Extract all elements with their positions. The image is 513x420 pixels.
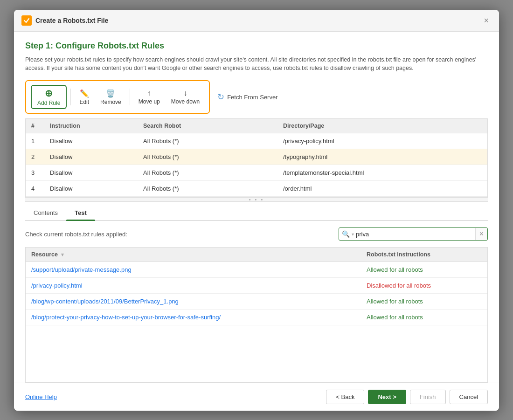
fetch-label: Fetch From Server [227, 94, 277, 101]
cell-robot: All Robots (*) [138, 149, 277, 165]
cell-instruction: Disallow [44, 165, 138, 181]
cell-num: 4 [26, 181, 44, 197]
cell-directory: /order.html [277, 181, 487, 197]
title-area: Create a Robots.txt File [21, 15, 108, 26]
edit-button[interactable]: ✏️ Edit [75, 87, 94, 107]
cell-status: Allowed for all robots [361, 262, 487, 278]
resource-link[interactable]: /support/upload/private-message.png [31, 266, 132, 273]
table-row[interactable]: 4 Disallow All Robots (*) /order.html [26, 181, 487, 197]
close-button[interactable]: × [481, 15, 492, 26]
resource-link[interactable]: /blog/wp-content/uploads/2011/09/BetterP… [31, 298, 179, 305]
cell-directory: /templatemonster-special.html [277, 165, 487, 181]
edit-label: Edit [79, 99, 89, 105]
cell-num: 1 [26, 133, 44, 149]
tabs-bar: Contents Test [25, 202, 488, 221]
col-header-directory: Directory/Page [277, 119, 487, 133]
footer-buttons: < Back Next > Finish Cancel [326, 390, 488, 404]
app-icon [21, 15, 32, 26]
cell-status: Allowed for all robots [361, 310, 487, 325]
search-box: 🔍 ▾ × [339, 227, 488, 241]
table-row[interactable]: 2 Disallow All Robots (*) /typography.ht… [26, 149, 487, 165]
results-table-body: /support/upload/private-message.png Allo… [26, 262, 487, 325]
search-label: Check current robots.txt rules applied: [25, 231, 127, 238]
table-header-row: # Instruction Search Robot Directory/Pag… [26, 119, 487, 133]
col-header-instruction: Instruction [44, 119, 138, 133]
search-dropdown-icon[interactable]: ▾ [352, 232, 354, 237]
add-rule-label: Add Rule [37, 100, 60, 106]
resource-link[interactable]: /privacy-policy.html [31, 282, 83, 289]
cell-instruction: Disallow [44, 133, 138, 149]
next-button[interactable]: Next > [368, 390, 406, 404]
online-help-link[interactable]: Online Help [25, 393, 57, 400]
rules-table-container: # Instruction Search Robot Directory/Pag… [25, 118, 488, 197]
toolbar-row: ⊕ Add Rule ✏️ Edit 🗑️ Remove ↑ Move up [25, 80, 488, 114]
list-item: /support/upload/private-message.png Allo… [26, 262, 487, 278]
cell-resource: /blog/wp-content/uploads/2011/09/BetterP… [26, 294, 361, 310]
finish-button[interactable]: Finish [410, 390, 446, 404]
list-item: /privacy-policy.html Disallowed for all … [26, 278, 487, 294]
add-rule-button[interactable]: ⊕ Add Rule [31, 85, 67, 109]
cancel-button[interactable]: Cancel [450, 390, 488, 404]
search-input[interactable] [356, 231, 472, 238]
fetch-from-server-button[interactable]: ↻ Fetch From Server [214, 90, 281, 104]
arrow-up-icon: ↑ [147, 89, 151, 97]
move-down-button[interactable]: ↓ Move down [166, 87, 204, 107]
cell-robot: All Robots (*) [138, 181, 277, 197]
search-row: Check current robots.txt rules applied: … [25, 227, 488, 241]
results-table: Resource ▾ Robots.txt instructions /supp… [26, 248, 487, 325]
remove-label: Remove [100, 99, 121, 105]
list-item: /blog/protect-your-privacy-how-to-set-up… [26, 310, 487, 325]
cell-resource: /support/upload/private-message.png [26, 262, 361, 278]
cell-directory: /privacy-policy.html [277, 133, 487, 149]
toolbar: ⊕ Add Rule ✏️ Edit 🗑️ Remove ↑ Move up [25, 80, 210, 114]
move-down-label: Move down [171, 98, 200, 105]
toolbar-divider-2 [130, 89, 130, 105]
remove-button[interactable]: 🗑️ Remove [96, 87, 126, 107]
move-up-button[interactable]: ↑ Move up [134, 87, 165, 107]
search-inner: 🔍 ▾ [339, 228, 475, 240]
tab-test[interactable]: Test [66, 207, 95, 220]
footer-help: Online Help [25, 393, 57, 400]
rules-table: # Instruction Search Robot Directory/Pag… [26, 119, 487, 197]
cell-num: 3 [26, 165, 44, 181]
dialog-footer: Online Help < Back Next > Finish Cancel [14, 383, 499, 411]
step-description: Please set your robots.txt rules to spec… [25, 55, 488, 73]
cell-directory: /typography.html [277, 149, 487, 165]
edit-icon: ✏️ [80, 89, 89, 98]
toolbar-divider-1 [70, 89, 71, 105]
titlebar: Create a Robots.txt File × [14, 10, 499, 32]
search-clear-button[interactable]: × [475, 228, 487, 240]
resize-handle[interactable]: • • • [25, 197, 488, 202]
results-header-row: Resource ▾ Robots.txt instructions [26, 248, 487, 262]
table-row[interactable]: 1 Disallow All Robots (*) /privacy-polic… [26, 133, 487, 149]
arrow-down-icon: ↓ [183, 89, 187, 97]
tab-contents[interactable]: Contents [25, 207, 66, 220]
test-panel: Check current robots.txt rules applied: … [25, 221, 488, 383]
cell-robot: All Robots (*) [138, 133, 277, 149]
col-header-robot: Search Robot [138, 119, 277, 133]
table-row[interactable]: 3 Disallow All Robots (*) /templatemonst… [26, 165, 487, 181]
results-col-resource: Resource ▾ [26, 248, 361, 262]
cell-instruction: Disallow [44, 181, 138, 197]
plus-icon: ⊕ [45, 88, 53, 99]
step-title: Step 1: Configure Robots.txt Rules [25, 41, 488, 51]
cell-status: Disallowed for all robots [361, 278, 487, 294]
resource-col-dropdown[interactable]: ▾ [61, 252, 64, 257]
col-header-num: # [26, 119, 44, 133]
cell-instruction: Disallow [44, 149, 138, 165]
trash-icon: 🗑️ [106, 89, 115, 98]
results-table-container: Resource ▾ Robots.txt instructions /supp… [25, 247, 488, 383]
search-icon: 🔍 [342, 230, 350, 238]
dialog-body: Step 1: Configure Robots.txt Rules Pleas… [14, 32, 499, 383]
cell-status: Allowed for all robots [361, 294, 487, 310]
cell-num: 2 [26, 149, 44, 165]
cell-robot: All Robots (*) [138, 165, 277, 181]
dialog-title: Create a Robots.txt File [35, 17, 108, 24]
move-up-label: Move up [139, 98, 160, 105]
cell-resource: /privacy-policy.html [26, 278, 361, 294]
main-dialog: Create a Robots.txt File × Step 1: Confi… [14, 10, 499, 411]
back-button[interactable]: < Back [326, 390, 364, 404]
cell-resource: /blog/protect-your-privacy-how-to-set-up… [26, 310, 361, 325]
rules-table-body: 1 Disallow All Robots (*) /privacy-polic… [26, 133, 487, 197]
resource-link[interactable]: /blog/protect-your-privacy-how-to-set-up… [31, 314, 221, 321]
